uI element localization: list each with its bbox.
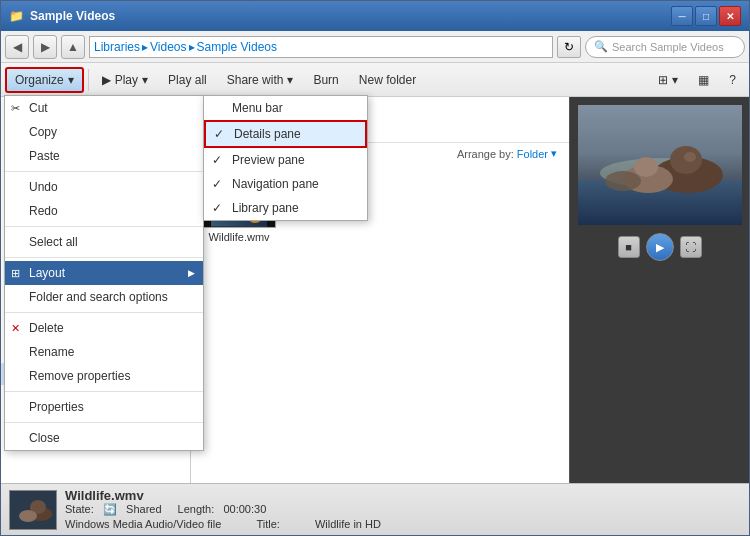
- menu-delete[interactable]: ✕ Delete: [5, 316, 203, 340]
- status-filename: Wildlife.wmv: [65, 488, 741, 503]
- libraries-link[interactable]: Libraries: [94, 40, 140, 54]
- help-button[interactable]: ?: [720, 67, 745, 93]
- window-icon: 📁: [9, 9, 24, 23]
- cut-label: Cut: [29, 101, 48, 115]
- forward-button[interactable]: ▶: [33, 35, 57, 59]
- sample-videos-link[interactable]: Sample Videos: [197, 40, 278, 54]
- menu-undo[interactable]: Undo: [5, 175, 203, 199]
- search-placeholder: Search Sample Videos: [612, 41, 724, 53]
- minimize-button[interactable]: ─: [671, 6, 693, 26]
- play-dropdown-icon: ▾: [142, 73, 148, 87]
- share-dropdown-icon: ▾: [287, 73, 293, 87]
- svg-point-7: [634, 157, 658, 177]
- file-label: Wildlife.wmv: [208, 231, 269, 243]
- menu-select-all[interactable]: Select all: [5, 230, 203, 254]
- submenu-details-pane[interactable]: ✓ Details pane: [204, 120, 367, 148]
- undo-label: Undo: [29, 180, 58, 194]
- fullscreen-button[interactable]: ⛶: [680, 236, 702, 258]
- stop-button[interactable]: ■: [618, 236, 640, 258]
- menu-sep-6: [5, 422, 203, 423]
- arrange-dropdown-icon: ▾: [551, 147, 557, 160]
- play-label: Play: [115, 73, 138, 87]
- select-all-label: Select all: [29, 235, 78, 249]
- state-value: Shared: [126, 503, 161, 515]
- organize-button[interactable]: Organize ▾: [5, 67, 84, 93]
- organize-label: Organize: [15, 73, 64, 87]
- path-sep-1: ▸: [142, 40, 148, 54]
- menu-sep-4: [5, 312, 203, 313]
- preview-pane: ■ ▶ ⛶: [569, 97, 749, 483]
- rename-label: Rename: [29, 345, 74, 359]
- view-dropdown-button[interactable]: ⊞ ▾: [649, 67, 687, 93]
- close-button[interactable]: ✕: [719, 6, 741, 26]
- preview-pane-button[interactable]: ▦: [689, 67, 718, 93]
- window-title: Sample Videos: [30, 9, 115, 23]
- cut-icon: ✂: [11, 102, 20, 115]
- close-icon: ✕: [726, 11, 734, 22]
- menu-remove-properties[interactable]: Remove properties: [5, 364, 203, 388]
- preview-icon: ▦: [698, 73, 709, 87]
- submenu-menu-bar[interactable]: Menu bar: [204, 96, 367, 120]
- svg-point-12: [19, 510, 37, 522]
- menu-paste[interactable]: Paste: [5, 144, 203, 168]
- preview-pane-label: Preview pane: [232, 153, 305, 167]
- menu-folder-options[interactable]: Folder and search options: [5, 285, 203, 309]
- library-check-icon: ✓: [212, 201, 222, 215]
- play-all-label: Play all: [168, 73, 207, 87]
- arrange-dropdown[interactable]: Folder ▾: [517, 147, 557, 160]
- folder-options-label: Folder and search options: [29, 290, 168, 304]
- svg-point-5: [684, 152, 696, 162]
- play-pause-button[interactable]: ▶: [646, 233, 674, 261]
- menu-sep-1: [5, 171, 203, 172]
- status-bar: Wildlife.wmv State: 🔄 Shared Length: 00:…: [1, 483, 749, 535]
- menu-redo[interactable]: Redo: [5, 199, 203, 223]
- menu-properties[interactable]: Properties: [5, 395, 203, 419]
- preview-check-icon: ✓: [212, 153, 222, 167]
- back-button[interactable]: ◀: [5, 35, 29, 59]
- submenu-library-pane[interactable]: ✓ Library pane: [204, 196, 367, 220]
- title-bar-left: 📁 Sample Videos: [9, 9, 115, 23]
- view-dropdown-icon: ▾: [672, 73, 678, 87]
- status-thumbnail: [9, 490, 57, 530]
- status-row-1: State: 🔄 Shared Length: 00:00:30: [65, 503, 741, 516]
- burn-button[interactable]: Burn: [304, 67, 347, 93]
- maximize-button[interactable]: □: [695, 6, 717, 26]
- new-folder-button[interactable]: New folder: [350, 67, 425, 93]
- play-all-button[interactable]: Play all: [159, 67, 216, 93]
- play-pause-icon: ▶: [656, 241, 664, 254]
- length-label: Length:: [178, 503, 215, 515]
- toolbar-sep-1: [88, 69, 89, 91]
- menu-copy[interactable]: Copy: [5, 120, 203, 144]
- address-path[interactable]: Libraries ▸ Videos ▸ Sample Videos: [89, 36, 553, 58]
- title-bar: 📁 Sample Videos ─ □ ✕: [1, 1, 749, 31]
- delete-label: Delete: [29, 321, 64, 335]
- properties-label: Properties: [29, 400, 84, 414]
- status-length: Length: 00:00:30: [178, 503, 267, 516]
- seal-svg: [578, 105, 742, 225]
- path-sep-2: ▸: [189, 40, 195, 54]
- details-pane-label: Details pane: [234, 127, 301, 141]
- submenu-preview-pane[interactable]: ✓ Preview pane: [204, 148, 367, 172]
- menu-close[interactable]: Close: [5, 426, 203, 450]
- up-button[interactable]: ▲: [61, 35, 85, 59]
- back-icon: ◀: [13, 40, 22, 54]
- layout-icon: ⊞: [11, 267, 20, 280]
- menu-rename[interactable]: Rename: [5, 340, 203, 364]
- menu-layout[interactable]: ⊞ Layout: [5, 261, 203, 285]
- svg-point-8: [605, 171, 641, 191]
- search-box[interactable]: 🔍 Search Sample Videos: [585, 36, 745, 58]
- status-row-2: Windows Media Audio/Video file Title: Wi…: [65, 518, 741, 530]
- layout-submenu: Menu bar ✓ Details pane ✓ Preview pane ✓…: [203, 95, 368, 221]
- search-icon: 🔍: [594, 40, 608, 53]
- state-label: State:: [65, 503, 94, 515]
- videos-link[interactable]: Videos: [150, 40, 186, 54]
- refresh-button[interactable]: ↻: [557, 36, 581, 58]
- view-icon: ⊞: [658, 73, 668, 87]
- menu-cut[interactable]: ✂ Cut: [5, 96, 203, 120]
- play-button[interactable]: ▶ Play ▾: [93, 67, 157, 93]
- submenu-navigation-pane[interactable]: ✓ Navigation pane: [204, 172, 367, 196]
- arrange-label: Arrange by:: [457, 148, 514, 160]
- length-value: 00:00:30: [223, 503, 266, 515]
- share-with-button[interactable]: Share with ▾: [218, 67, 303, 93]
- close-label: Close: [29, 431, 60, 445]
